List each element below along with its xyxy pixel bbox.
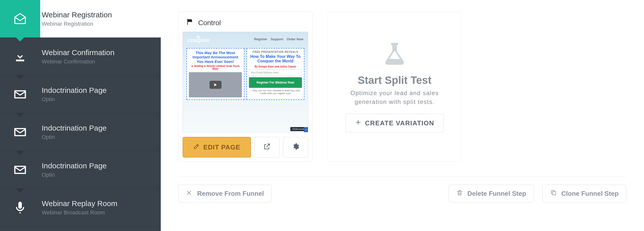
svg-rect-0 <box>552 191 556 195</box>
sidebar-item-title: Indoctrination Page <box>42 124 156 132</box>
envelope-icon <box>0 151 40 188</box>
control-variant-card: Control CONQUER Register Support Order N… <box>178 12 312 162</box>
microphone-icon <box>0 189 40 226</box>
plus-icon <box>355 119 361 127</box>
footer-actions: Remove From Funnel Delete Funnel Step Cl… <box>178 185 626 202</box>
sidebar-item-sub: Webinar Broadcast Room <box>42 209 156 216</box>
sidebar-item-sub: Optin <box>42 96 156 103</box>
create-variation-label: CREATE VARIATION <box>365 119 434 127</box>
section-divider <box>178 176 626 177</box>
flask-icon <box>381 41 408 69</box>
sidebar-item-title: Indoctrination Page <box>42 162 156 170</box>
envelope-icon <box>0 113 40 151</box>
page-preview[interactable]: CONQUER Register Support Order Now This … <box>183 32 308 132</box>
edit-icon <box>193 143 200 151</box>
remove-from-funnel-button[interactable]: Remove From Funnel <box>178 185 272 202</box>
chevron-down-icon <box>16 37 24 42</box>
separator-arrow-icon <box>16 151 24 155</box>
sidebar-item-indoctrination-3[interactable]: Indoctrination Page Optin <box>0 151 161 189</box>
preview-nav: Register Support Order Now <box>254 37 303 41</box>
edit-page-label: EDIT PAGE <box>203 143 240 151</box>
envelope-open-icon <box>0 0 40 37</box>
open-external-button[interactable] <box>254 137 280 158</box>
separator-arrow-icon <box>16 188 24 192</box>
preview-left-col: This May Be The Most Important Announcem… <box>186 48 244 100</box>
gear-icon <box>292 143 299 152</box>
sidebar-item-sub: Webinar Confirmation <box>42 58 156 65</box>
clone-label: Clone Funnel Step <box>561 190 619 198</box>
sidebar-item-webinar-confirmation[interactable]: Webinar Confirmation Webinar Confirmatio… <box>0 38 161 75</box>
preview-right-col: FREE PRESENTATION REVEALS How To Make Yo… <box>246 48 304 100</box>
sidebar: Webinar Registration Webinar Registratio… <box>0 0 161 231</box>
sidebar-item-indoctrination-1[interactable]: Indoctrination Page Optin <box>0 75 161 113</box>
settings-button[interactable] <box>283 137 308 158</box>
delete-funnel-step-button[interactable]: Delete Funnel Step <box>449 185 534 202</box>
remove-label: Remove From Funnel <box>197 190 264 198</box>
sidebar-item-sub: Webinar Registration <box>42 21 156 27</box>
external-link-icon <box>263 143 271 152</box>
trash-icon <box>456 189 463 198</box>
sidebar-item-title: Webinar Registration <box>42 11 156 19</box>
download-icon <box>0 38 40 75</box>
preview-logo: CONQUER <box>187 35 210 43</box>
sidebar-item-title: Webinar Confirmation <box>42 48 156 57</box>
split-test-desc: Optimize your lead and sales generation … <box>336 89 453 106</box>
sidebar-item-webinar-replay[interactable]: Webinar Replay Room Webinar Broadcast Ro… <box>0 189 161 226</box>
copy-icon <box>550 189 557 198</box>
split-test-card: Start Split Test Optimize your lead and … <box>328 12 462 162</box>
main-content: Control CONQUER Register Support Order N… <box>161 0 644 231</box>
control-label: Control <box>198 19 221 27</box>
preview-next-icon: › <box>304 127 308 132</box>
clone-funnel-step-button[interactable]: Clone Funnel Step <box>543 185 626 202</box>
sidebar-item-title: Indoctrination Page <box>42 86 156 95</box>
preview-video-placeholder <box>189 72 242 97</box>
envelope-icon <box>0 75 40 113</box>
sidebar-item-title: Webinar Replay Room <box>42 199 156 208</box>
separator-arrow-icon <box>16 113 24 117</box>
create-variation-button[interactable]: CREATE VARIATION <box>346 114 443 132</box>
sidebar-item-webinar-registration[interactable]: Webinar Registration Webinar Registratio… <box>0 0 161 38</box>
flag-icon <box>186 18 193 27</box>
delete-label: Delete Funnel Step <box>467 190 526 198</box>
separator-arrow-icon <box>16 75 24 79</box>
sidebar-item-sub: Optin <box>42 134 156 140</box>
split-test-title: Start Split Test <box>358 74 431 86</box>
sidebar-item-sub: Optin <box>42 172 156 178</box>
sidebar-item-indoctrination-2[interactable]: Indoctrination Page Optin <box>0 113 161 151</box>
edit-page-button[interactable]: EDIT PAGE <box>183 137 251 158</box>
close-icon <box>186 189 193 198</box>
